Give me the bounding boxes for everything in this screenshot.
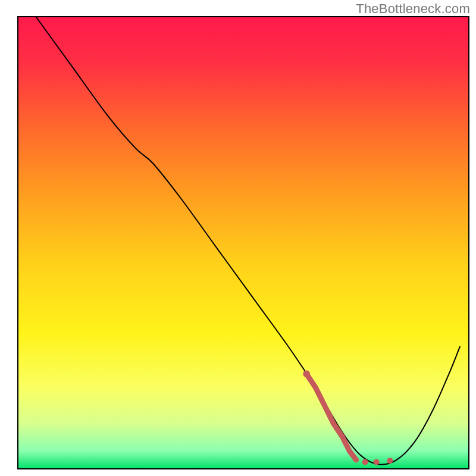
chart-container: TheBottleneck.com	[0, 0, 476, 476]
highlight-dot	[362, 459, 368, 465]
watermark-text: TheBottleneck.com	[356, 1, 470, 17]
highlight-dot	[374, 459, 380, 465]
chart-svg	[0, 0, 476, 476]
highlight-dot	[387, 458, 393, 464]
highlight-start-dot	[303, 371, 310, 378]
